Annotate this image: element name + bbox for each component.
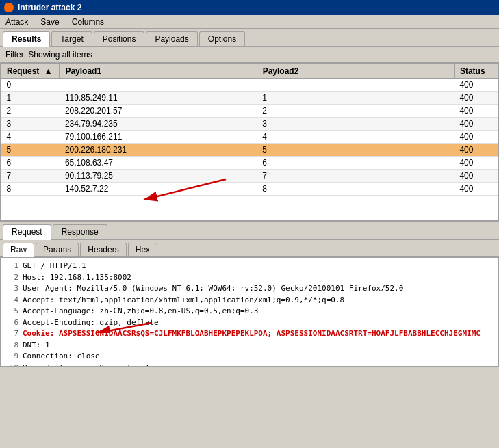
table-row[interactable]: 5200.226.180.2315400 [1,144,498,157]
inner-tab-params[interactable]: Params [36,243,79,256]
inner-tab-raw[interactable]: Raw [3,243,34,257]
cell-request: 0 [1,79,60,92]
cell-payload1 [60,79,257,92]
menu-columns[interactable]: Columns [69,16,107,27]
cell-request: 8 [1,183,60,196]
table-row[interactable]: 1119.85.249.111400 [1,92,498,105]
inner-tab-bar: Raw Params Headers Hex [0,240,499,257]
tab-payloads[interactable]: Payloads [146,31,197,46]
cell-request: 4 [1,131,60,144]
menu-save[interactable]: Save [38,16,62,27]
cell-request: 1 [1,92,60,105]
table-row[interactable]: 665.108.63.476400 [1,157,498,170]
title-bar: Intruder attack 2 [0,0,499,15]
cell-payload1: 79.100.166.211 [60,131,257,144]
table-row[interactable]: 3234.79.94.2353400 [1,118,498,131]
sub-tab-request[interactable]: Request [3,224,51,240]
col-status[interactable]: Status [454,64,498,79]
main-tab-bar: Results Target Positions Payloads Option… [0,29,499,47]
cell-payload1: 90.113.79.25 [60,170,257,183]
results-table: Request ▲ Payload1 Payload2 Status 04001… [1,64,498,196]
cell-payload1: 200.226.180.231 [60,144,257,157]
sub-tab-response[interactable]: Response [53,224,107,239]
cell-payload2: 5 [257,144,454,157]
sub-tab-bar: Request Response [0,222,499,240]
bottom-panel: Request Response Raw Params Headers Hex … [0,220,499,367]
menu-bar: Attack Save Columns [0,15,499,29]
table-row[interactable]: 8140.52.7.228400 [1,183,498,196]
request-line: 3User-Agent: Mozilla/5.0 (Windows NT 6.1… [6,283,493,295]
window-title: Intruder attack 2 [18,3,81,12]
table-header-row: Request ▲ Payload1 Payload2 Status [1,64,498,79]
cell-payload1: 119.85.249.11 [60,92,257,105]
inner-tab-headers[interactable]: Headers [80,243,126,256]
request-line: 4Accept: text/html,application/xhtml+xml… [6,295,493,306]
cell-payload1: 234.79.94.235 [60,118,257,131]
cell-status: 400 [454,144,498,157]
cell-request: 2 [1,105,60,118]
menu-attack[interactable]: Attack [3,16,31,27]
cell-request: 5 [1,144,60,157]
cell-payload1: 65.108.63.47 [60,157,257,170]
cell-status: 400 [454,92,498,105]
cell-payload1: 140.52.7.22 [60,183,257,196]
cell-payload2: 6 [257,157,454,170]
cell-status: 400 [454,170,498,183]
cell-status: 400 [454,79,498,92]
cell-payload1: 208.220.201.57 [60,105,257,118]
cell-request: 6 [1,157,60,170]
table-row[interactable]: 790.113.79.257400 [1,170,498,183]
request-line: 10Upgrade-Insecure-Requests: 1 [6,363,493,367]
cell-payload2: 2 [257,105,454,118]
inner-tab-hex[interactable]: Hex [128,243,157,256]
col-payload1[interactable]: Payload1 [60,64,257,79]
request-line: 6Accept-Encoding: gzip, deflate [6,317,493,329]
filter-bar: Filter: Showing all items [0,47,499,63]
tab-options[interactable]: Options [199,31,245,46]
app-icon [4,3,14,12]
cell-payload2: 8 [257,183,454,196]
filter-text: Filter: Showing all items [5,50,92,60]
cell-payload2 [257,79,454,92]
cell-status: 400 [454,157,498,170]
tab-positions[interactable]: Positions [94,31,145,46]
cell-request: 3 [1,118,60,131]
cell-request: 7 [1,170,60,183]
cell-status: 400 [454,131,498,144]
request-line: 1GET / HTTP/1.1 [6,261,493,272]
request-line: 5Accept-Language: zh-CN,zh;q=0.8,en-US,q… [6,306,493,317]
request-line: 8DNT: 1 [6,340,493,352]
request-line: 2Host: 192.168.1.135:8002 [6,272,493,284]
table-row[interactable]: 0400 [1,79,498,92]
tab-results[interactable]: Results [3,31,50,47]
cell-payload2: 3 [257,118,454,131]
results-table-container[interactable]: Request ▲ Payload1 Payload2 Status 04001… [0,63,499,220]
cell-payload2: 7 [257,170,454,183]
col-payload2[interactable]: Payload2 [257,64,454,79]
tab-target[interactable]: Target [51,31,92,46]
cell-status: 400 [454,118,498,131]
cell-payload2: 4 [257,131,454,144]
table-row[interactable]: 2208.220.201.572400 [1,105,498,118]
col-request[interactable]: Request ▲ [1,64,60,79]
cell-status: 400 [454,183,498,196]
table-row[interactable]: 479.100.166.2114400 [1,131,498,144]
request-line: 7Cookie: ASPSESSIONIDAACSR$QS=CJLFMKFBLO… [6,328,493,340]
request-content: 1GET / HTTP/1.12Host: 192.168.1.135:8002… [0,257,499,367]
request-line: 9Connection: close [6,351,493,363]
cell-payload2: 1 [257,92,454,105]
cell-status: 400 [454,105,498,118]
